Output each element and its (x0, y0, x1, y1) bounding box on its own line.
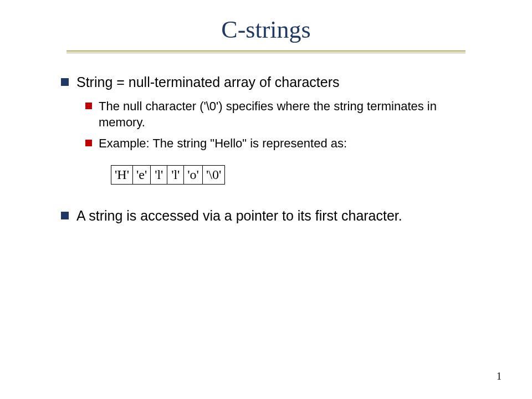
title-divider (66, 50, 466, 53)
bullet-square-icon (85, 103, 92, 109)
char-cell: 'o' (184, 165, 203, 184)
char-array-table: 'H' 'e' 'l' 'l' 'o' '\0' (111, 165, 225, 185)
bullet-text: The null character ('\0') specifies wher… (99, 98, 477, 131)
content-area: String = null-terminated array of charac… (0, 73, 532, 224)
bullet-text: Example: The string "Hello" is represent… (99, 135, 347, 152)
bullet-text: String = null-terminated array of charac… (76, 73, 340, 91)
bullet-level2: Example: The string "Hello" is represent… (85, 135, 477, 152)
char-cell: '\0' (202, 165, 224, 184)
divider-line-bottom (66, 53, 466, 53)
bullet-square-icon (61, 212, 69, 219)
bullet-text: A string is accessed via a pointer to it… (76, 207, 402, 225)
table-row: 'H' 'e' 'l' 'l' 'o' '\0' (111, 165, 225, 184)
slide: C-strings String = null-terminated array… (0, 0, 532, 399)
char-cell: 'H' (111, 165, 133, 184)
bullet-level1: A string is accessed via a pointer to it… (61, 207, 477, 225)
char-cell: 'l' (151, 165, 167, 184)
bullet-square-icon (85, 140, 92, 146)
slide-title: C-strings (0, 16, 532, 44)
bullet-level2: The null character ('\0') specifies wher… (85, 98, 477, 131)
bullet-level1: String = null-terminated array of charac… (61, 73, 477, 91)
char-cell: 'l' (167, 165, 184, 184)
divider-line-top (66, 50, 466, 52)
page-number: 1 (497, 371, 502, 382)
bullet-square-icon (61, 78, 69, 86)
char-cell: 'e' (132, 165, 150, 184)
